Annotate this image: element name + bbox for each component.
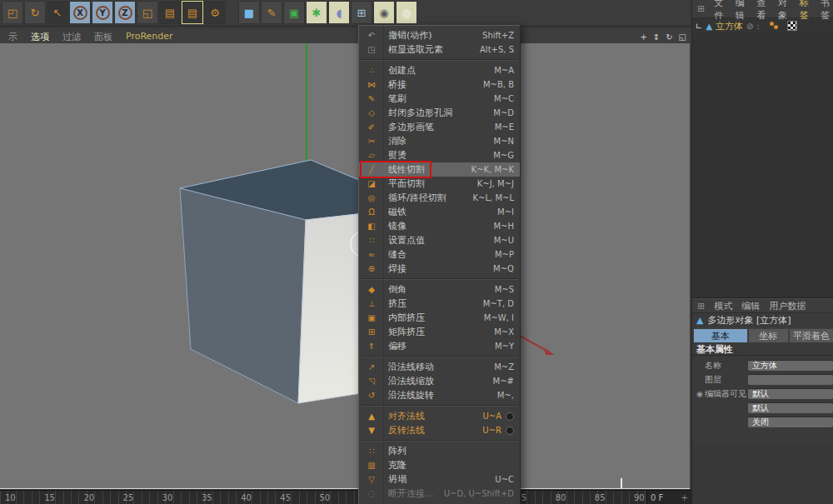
context-menu-item[interactable]: ↺ 沿法线旋转 M~,	[359, 388, 520, 402]
context-menu-item[interactable]: ◪ 平面切割 K~J, M~J	[359, 177, 520, 191]
context-menu-item[interactable]: ✐ 多边形画笔 M~E	[359, 120, 520, 134]
visibility-disabled-icon[interactable]: ⊘	[746, 22, 753, 31]
attribute-tab[interactable]: 坐标	[749, 329, 788, 342]
cube-left-face[interactable]	[180, 188, 306, 403]
viewport-3d[interactable]	[0, 43, 690, 489]
toolbar-tile[interactable]: ◍	[396, 1, 417, 24]
panel-grid-icon[interactable]: ⊞	[697, 3, 705, 14]
context-menu-item[interactable]: ◇ 封闭多边形孔洞 M~D	[359, 106, 520, 120]
toolbar-tile-icon: ◖	[337, 7, 342, 19]
attribute-manager-menu-item[interactable]: 用户数据	[769, 300, 806, 312]
context-menu-item[interactable]: ⊥ 挤压 M~T, D	[359, 297, 520, 311]
context-menu-item[interactable]	[359, 437, 520, 444]
attribute-tab[interactable]: 基本	[694, 329, 747, 342]
context-menu-item[interactable]: ▥ 克隆	[359, 458, 520, 472]
object-manager-menu-item[interactable]: 对象	[778, 0, 791, 22]
attribute-manager-menu-item[interactable]: 模式	[714, 300, 732, 312]
context-menu-item[interactable]: ⇑ 偏移 M~Y	[359, 339, 520, 353]
toolbar-tile[interactable]: X	[69, 1, 91, 24]
viewport-menu-item[interactable]: 过滤	[62, 31, 81, 43]
viewport-nav-icon[interactable]: +	[640, 32, 646, 42]
toolbar-tile[interactable]: Z	[114, 1, 136, 24]
toolbar-tile[interactable]: ↖	[47, 1, 68, 24]
toolbar-tile-icon: ⊞	[357, 7, 367, 19]
toolbar-tile[interactable]: ▣	[283, 1, 305, 24]
panel-grid-icon[interactable]: ⊞	[697, 301, 705, 312]
context-menu-item[interactable]: ↗ 沿法线移动 M~Z	[359, 360, 520, 374]
attribute-field-value[interactable]: 关闭	[748, 417, 833, 427]
toolbar-tile[interactable]: ◰	[2, 1, 23, 24]
context-menu-item[interactable]: ∴ 创建点 M~A	[359, 63, 520, 77]
context-menu-item[interactable]: ╱ 线性切割 K~K, M~K	[359, 162, 520, 177]
toolbar-tile[interactable]: Y	[92, 1, 113, 24]
context-menu-item[interactable]: ⊕ 焊接 M~Q	[359, 262, 520, 276]
context-menu-item[interactable]: ✂ 消除 M~N	[359, 134, 520, 148]
menu-item-icon: ✐	[362, 122, 381, 132]
object-manager-menu-item[interactable]: 标签	[800, 0, 812, 22]
toolbar-tile[interactable]: ✎	[261, 1, 282, 24]
toolbar-tile[interactable]: ↻	[24, 1, 46, 24]
context-menu-item[interactable]: ∷ 设置点值 M~U	[359, 233, 520, 247]
attribute-tab[interactable]: 平滑着色	[790, 329, 833, 342]
object-manager-menu-item[interactable]: 书签	[821, 0, 833, 22]
context-menu-item[interactable]: ◌ 断开连接... U~D, U~Shift+D	[359, 487, 520, 501]
attribute-manager-menu-item[interactable]: 编辑	[741, 300, 760, 312]
context-menu-item[interactable]: ⋈ 桥接 M~B, B	[359, 77, 520, 92]
attribute-field-value[interactable]: 立方体	[748, 360, 833, 371]
viewport-nav-icon[interactable]: ◱	[679, 32, 686, 42]
viewport-menu-item[interactable]: 选项	[31, 31, 49, 43]
viewport-menu-item[interactable]: 面板	[94, 31, 112, 43]
toolbar-tile[interactable]: ▤	[182, 1, 203, 24]
points-state-tag-icon[interactable]	[770, 22, 781, 31]
menu-item-icon: ⊕	[362, 264, 381, 273]
attribute-field-value[interactable]	[748, 374, 833, 385]
context-menu-item[interactable]: ✎ 笔刷 M~C	[359, 92, 520, 106]
context-menu-item[interactable]	[359, 402, 520, 409]
context-menu-item[interactable]: ◹ 沿法线缩放 M~#	[359, 374, 520, 388]
toolbar-tile[interactable]: ◱	[137, 1, 158, 24]
viewport-menu-item[interactable]: ProRender	[126, 31, 173, 43]
context-menu-item[interactable]: ▽ 坍塌 U~C	[359, 472, 520, 487]
toolbar-tile[interactable]: ⊞	[351, 1, 372, 24]
context-menu-item[interactable]: ▣ 内部挤压 M~W, I	[359, 311, 520, 325]
context-menu-item[interactable]	[359, 57, 520, 63]
viewport-nav-icon[interactable]: ⇕	[653, 32, 660, 42]
object-name[interactable]: 立方体	[716, 20, 743, 32]
context-menu-item[interactable]: ▲ 对齐法线 U~A	[359, 409, 520, 423]
context-menu-item[interactable]: ◎ 循环/路径切割 K~L, M~L	[359, 191, 520, 205]
context-menu-item[interactable]: ∷ 阵列	[359, 444, 520, 458]
visibility-dots-icon[interactable]: :	[756, 22, 759, 31]
attribute-field-value[interactable]: 默认	[748, 388, 833, 399]
context-menu-item[interactable]	[359, 353, 520, 360]
object-manager-menu-item[interactable]: 查看	[756, 0, 769, 22]
viewport-menu-item[interactable]: 示	[8, 31, 17, 43]
context-menu-item[interactable]: ▼ 反转法线 U~R	[359, 423, 520, 437]
context-menu-item[interactable]: ≈ 缝合 M~P	[359, 247, 520, 262]
toolbar-tile[interactable]: ⚙	[204, 1, 226, 24]
context-menu-item[interactable]: ▱ 熨烫 M~G	[359, 148, 520, 162]
timeline-ruler[interactable]: 10 15 20 25 30 35 40 45 50 55 60 65	[0, 491, 646, 504]
viewport-nav-icon[interactable]: ↻	[666, 32, 672, 42]
toolbar-tile[interactable]: ▤	[159, 1, 181, 24]
object-manager-menu-item[interactable]: 编辑	[736, 0, 748, 22]
context-menu-item[interactable]: ◳ 框显选取元素 Alt+S, S	[359, 42, 520, 57]
menu-item-shortcut: M~S	[495, 285, 514, 294]
object-manager-body[interactable]	[692, 33, 833, 298]
context-menu-item[interactable]: ⊞ 矩阵挤压 M~X	[359, 325, 520, 339]
attribute-field-value[interactable]: 默认	[748, 402, 833, 413]
frame-stepper-icon[interactable]: +	[681, 493, 688, 502]
visibility-radio-icon[interactable]: ◉	[695, 390, 705, 398]
toolbar-tile[interactable]: ◖	[328, 1, 350, 24]
toolbar-tile[interactable]: ✱	[306, 1, 327, 24]
current-frame-box[interactable]: 0 F +	[646, 491, 691, 504]
object-manager-menu-item[interactable]: 文件	[714, 0, 726, 22]
context-menu-item[interactable]: Ω 磁铁 M~I	[359, 205, 520, 219]
context-menu-item[interactable]	[359, 276, 520, 282]
uvw-tag-icon[interactable]	[787, 21, 797, 31]
menu-item-icon: ◆	[362, 285, 381, 294]
toolbar-tile[interactable]: ◉	[373, 1, 395, 24]
context-menu-item[interactable]: ↶ 撤销(动作) Shift+Z	[359, 28, 520, 42]
context-menu-item[interactable]: ◧ 镜像 M~H	[359, 219, 520, 233]
context-menu-item[interactable]: ◆ 倒角 M~S	[359, 282, 520, 297]
toolbar-tile[interactable]: ■	[238, 1, 260, 24]
